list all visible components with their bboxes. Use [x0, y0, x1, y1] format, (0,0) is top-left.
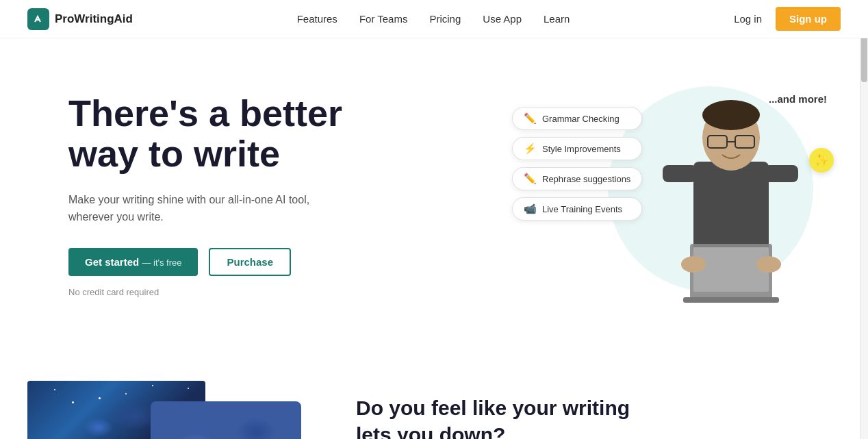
nav-pricing[interactable]: Pricing	[429, 13, 461, 25]
nav-links: Features For Teams Pricing Use App Learn	[297, 13, 570, 25]
hero-right: ✏️ Grammar Checking ⚡ Style Improvements…	[512, 79, 841, 326]
nav-learn[interactable]: Learn	[544, 13, 570, 25]
person-illustration	[656, 79, 806, 312]
nav-actions: Log in Sign up	[734, 7, 841, 31]
svg-point-3	[702, 100, 760, 130]
logo-icon	[27, 8, 49, 30]
signup-button[interactable]: Sign up	[776, 7, 841, 31]
second-section: My idea in my head Do you feel like your…	[0, 353, 868, 439]
login-link[interactable]: Log in	[734, 13, 762, 25]
purchase-button[interactable]: Purchase	[209, 248, 291, 276]
cta-label: Get started	[85, 256, 139, 268]
style-icon: ⚡	[524, 142, 537, 155]
get-started-button[interactable]: Get started — it's free	[68, 248, 198, 276]
rephrase-icon: ✏️	[524, 173, 537, 185]
blue-swirl-card	[151, 401, 301, 439]
logo[interactable]: ProWritingAid	[27, 8, 133, 30]
nav-use-app[interactable]: Use App	[483, 13, 522, 25]
hero-buttons: Get started — it's free Purchase	[68, 248, 411, 276]
hero-title: There's a better way to write	[68, 93, 411, 175]
rephrase-label: Rephrase suggestions	[542, 174, 630, 184]
svg-rect-8	[764, 165, 798, 182]
rephrase-pill: ✏️ Rephrase suggestions	[512, 167, 642, 190]
training-label: Live Training Events	[542, 204, 622, 214]
svg-rect-11	[683, 297, 779, 303]
svg-rect-10	[693, 247, 769, 292]
grammar-icon: ✏️	[524, 112, 537, 125]
hero-left: There's a better way to write Make your …	[68, 79, 411, 297]
feature-pills: ✏️ Grammar Checking ⚡ Style Improvements…	[512, 107, 642, 221]
second-section-images: My idea in my head	[27, 381, 315, 439]
logo-text: ProWritingAid	[55, 12, 133, 26]
svg-point-13	[756, 256, 781, 273]
style-pill: ⚡ Style Improvements	[512, 137, 642, 160]
training-icon: 📹	[524, 203, 537, 215]
and-more-text: ...and more!	[769, 93, 827, 105]
hero-subtitle: Make your writing shine with our all-in-…	[68, 191, 329, 226]
svg-rect-7	[663, 165, 697, 182]
nav-features[interactable]: Features	[297, 13, 337, 25]
no-credit-card-text: No credit card required	[68, 287, 411, 297]
style-label: Style Improvements	[542, 144, 621, 154]
grammar-label: Grammar Checking	[542, 114, 620, 124]
svg-point-12	[681, 256, 706, 273]
cta-free-tag: — it's free	[142, 258, 181, 268]
scrollbar-track[interactable]	[860, 0, 868, 439]
hero-section: There's a better way to write Make your …	[0, 38, 868, 353]
sparkle-badge: ✨	[809, 148, 834, 173]
nav-for-teams[interactable]: For Teams	[359, 13, 408, 25]
grammar-pill: ✏️ Grammar Checking	[512, 107, 642, 130]
blue-swirls	[151, 401, 301, 439]
second-title: Do you feel like your writing lets you d…	[356, 394, 671, 439]
training-pill: 📹 Live Training Events	[512, 197, 642, 221]
second-section-text: Do you feel like your writing lets you d…	[356, 381, 671, 439]
navbar: ProWritingAid Features For Teams Pricing…	[0, 0, 868, 38]
